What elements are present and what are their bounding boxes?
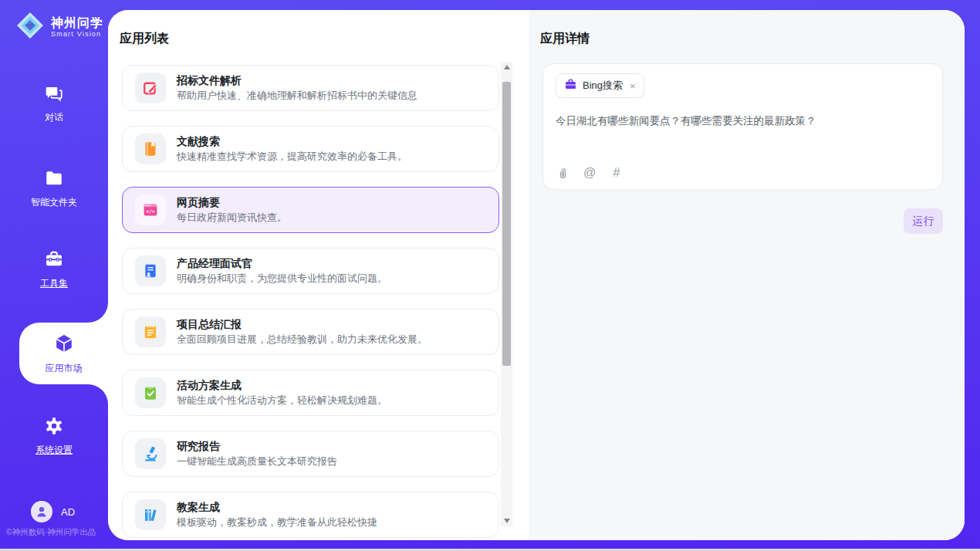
app-detail-panel: 应用详情 Bing搜索 × 今日湖北有哪些新闻要点？有哪些需要关注的最新政策？ … bbox=[529, 10, 965, 540]
sidebar: 神州问学 Smart Vision 对话智能文件夹工具集应用市场系统设置 AD … bbox=[0, 0, 108, 551]
app-card-desc: 一键智能生成高质量长文本研究报告 bbox=[177, 456, 337, 467]
brand-name: 神州问学 bbox=[51, 16, 103, 30]
app-card[interactable]: 产品经理面试官明确身份和职责，为您提供专业性的面试问题。 bbox=[122, 248, 499, 294]
app-card-texts: 网页摘要每日政府新闻资讯快查。 bbox=[177, 197, 287, 223]
app-card[interactable]: 研究报告一键智能生成高质量长文本研究报告 bbox=[122, 431, 499, 477]
app-card-texts: 项目总结汇报全面回顾项目进展，总结经验教训，助力未来优化发展。 bbox=[177, 319, 427, 345]
run-button[interactable]: 运行 bbox=[904, 208, 943, 234]
books-icon bbox=[135, 499, 166, 530]
paperclip-icon[interactable] bbox=[556, 166, 569, 180]
scrollbar-thumb[interactable] bbox=[502, 82, 511, 366]
query-text[interactable]: 今日湖北有哪些新闻要点？有哪些需要关注的最新政策？ bbox=[556, 113, 930, 128]
app-card-name: 项目总结汇报 bbox=[177, 319, 427, 330]
sidebar-item-label: 应用市场 bbox=[46, 362, 83, 375]
edit-document-icon bbox=[135, 73, 166, 103]
sidebar-item-label: 对话 bbox=[45, 111, 63, 124]
app-card-texts: 教案生成模板驱动，教案秒成，教学准备从此轻松快捷 bbox=[177, 502, 377, 528]
app-card-desc: 快速精准查找学术资源，提高研究效率的必备工具。 bbox=[177, 151, 407, 162]
app-card[interactable]: 招标文件解析帮助用户快速、准确地理解和解析招标书中的关键信息 bbox=[122, 65, 499, 111]
app-card-texts: 招标文件解析帮助用户快速、准确地理解和解析招标书中的关键信息 bbox=[177, 75, 417, 101]
app-card-texts: 产品经理面试官明确身份和职责，为您提供专业性的面试问题。 bbox=[177, 258, 387, 284]
app-card-name: 网页摘要 bbox=[177, 197, 287, 208]
notepad-icon bbox=[135, 316, 166, 347]
interview-document-icon bbox=[135, 255, 166, 286]
app-card-name: 产品经理面试官 bbox=[177, 258, 387, 269]
folder-icon bbox=[44, 168, 64, 191]
clipboard-check-icon bbox=[135, 377, 166, 408]
active-notch-bottom bbox=[88, 384, 108, 404]
query-input-area[interactable]: Bing搜索 × 今日湖北有哪些新闻要点？有哪些需要关注的最新政策？ @ # bbox=[542, 63, 943, 190]
book-icon bbox=[135, 134, 166, 164]
brand-tagline: Smart Vision bbox=[51, 30, 103, 39]
scrollbar[interactable] bbox=[501, 62, 512, 526]
app-card-name: 研究报告 bbox=[177, 441, 337, 452]
app-card-name: 招标文件解析 bbox=[177, 75, 417, 86]
app-card-desc: 明确身份和职责，为您提供专业性的面试问题。 bbox=[177, 273, 387, 284]
app-card-desc: 智能生成个性化活动方案，轻松解决规划难题。 bbox=[177, 395, 387, 406]
composer-toolbar: @ # bbox=[556, 166, 623, 180]
main-content: 应用列表 招标文件解析帮助用户快速、准确地理解和解析招标书中的关键信息文献搜索快… bbox=[108, 10, 965, 540]
app-card-desc: 模板驱动，教案秒成，教学准备从此轻松快捷 bbox=[177, 517, 377, 528]
app-card-desc: 全面回顾项目进展，总结经验教训，助力未来优化发展。 bbox=[177, 334, 427, 345]
app-card[interactable]: </>网页摘要每日政府新闻资讯快查。 bbox=[122, 187, 499, 233]
sidebar-item-settings[interactable]: 系统设置 bbox=[0, 414, 108, 458]
at-icon[interactable]: @ bbox=[583, 166, 596, 180]
sidebar-item-app-market[interactable]: 应用市场 bbox=[19, 323, 108, 384]
app-card-list: 招标文件解析帮助用户快速、准确地理解和解析招标书中的关键信息文献搜索快速精准查找… bbox=[122, 65, 499, 540]
app-card-desc: 每日政府新闻资讯快查。 bbox=[177, 212, 287, 223]
app-card-name: 文献搜索 bbox=[177, 136, 407, 147]
hash-icon[interactable]: # bbox=[610, 166, 623, 180]
user-account[interactable]: AD bbox=[31, 501, 75, 522]
webpage-code-icon: </> bbox=[135, 194, 166, 225]
svg-text:</>: </> bbox=[146, 208, 154, 214]
app-card[interactable]: 文献搜索快速精准查找学术资源，提高研究效率的必备工具。 bbox=[122, 126, 499, 172]
scroll-down-icon[interactable] bbox=[501, 516, 512, 526]
diamond-logo-icon bbox=[15, 11, 45, 43]
tool-chip-label: Bing搜索 bbox=[583, 79, 623, 93]
brand-logo: 神州问学 Smart Vision bbox=[15, 11, 103, 43]
app-card-desc: 帮助用户快速、准确地理解和解析招标书中的关键信息 bbox=[177, 90, 417, 101]
app-card-texts: 研究报告一键智能生成高质量长文本研究报告 bbox=[177, 441, 337, 467]
copyright-text: ©神州数码·神州问学出品 bbox=[6, 527, 96, 538]
app-card[interactable]: 项目总结汇报全面回顾项目进展，总结经验教训，助力未来优化发展。 bbox=[122, 309, 499, 355]
app-detail-title: 应用详情 bbox=[540, 31, 590, 47]
app-card-name: 活动方案生成 bbox=[177, 380, 387, 391]
app-card-name: 教案生成 bbox=[177, 502, 377, 513]
cube-icon bbox=[53, 333, 75, 357]
app-list-panel: 应用列表 招标文件解析帮助用户快速、准确地理解和解析招标书中的关键信息文献搜索快… bbox=[108, 10, 529, 540]
sidebar-item-label: 工具集 bbox=[40, 277, 68, 290]
app-card-texts: 文献搜索快速精准查找学术资源，提高研究效率的必备工具。 bbox=[177, 136, 407, 162]
chat-icon bbox=[44, 83, 64, 106]
avatar bbox=[31, 501, 52, 522]
close-icon[interactable]: × bbox=[630, 81, 636, 91]
app-card[interactable]: 活动方案生成智能生成个性化活动方案，轻松解决规划难题。 bbox=[122, 370, 499, 416]
scroll-up-icon[interactable] bbox=[501, 62, 512, 73]
app-card[interactable]: 教案生成模板驱动，教案秒成，教学准备从此轻松快捷 bbox=[122, 492, 499, 538]
sidebar-item-chat[interactable]: 对话 bbox=[0, 81, 108, 126]
app-card-texts: 活动方案生成智能生成个性化活动方案，轻松解决规划难题。 bbox=[177, 380, 387, 406]
app-window: 应用列表 招标文件解析帮助用户快速、准确地理解和解析招标书中的关键信息文献搜索快… bbox=[0, 0, 980, 551]
person-icon bbox=[35, 505, 49, 519]
app-list-title: 应用列表 bbox=[120, 31, 169, 47]
tool-chip-bing-search: Bing搜索 × bbox=[556, 73, 644, 98]
active-notch-top bbox=[88, 303, 108, 323]
microscope-icon bbox=[135, 438, 166, 469]
sidebar-item-label: 系统设置 bbox=[35, 444, 73, 457]
sidebar-item-toolset[interactable]: 工具集 bbox=[0, 247, 108, 292]
sidebar-item-smart-folder[interactable]: 智能文件夹 bbox=[0, 166, 108, 211]
sidebar-item-label: 智能文件夹 bbox=[31, 196, 77, 209]
briefcase-icon bbox=[564, 78, 577, 94]
toolbox-icon bbox=[44, 249, 64, 272]
user-initials: AD bbox=[61, 506, 75, 518]
gear-icon bbox=[44, 416, 64, 438]
